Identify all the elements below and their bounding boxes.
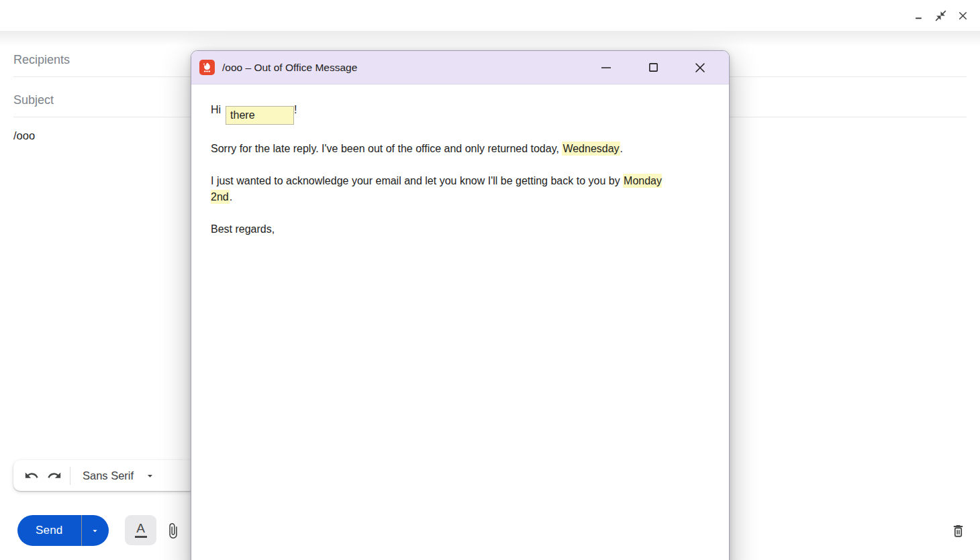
reply-text: Sorry for the late reply. I've been out … <box>211 143 562 154</box>
snippet-closing-line: Best regards, <box>211 221 677 237</box>
formatting-options-button[interactable]: A <box>125 515 156 545</box>
send-button[interactable]: Send <box>17 515 81 546</box>
compose-window-controls <box>910 7 971 24</box>
ack-text-end: . <box>230 191 232 203</box>
undo-icon <box>24 468 39 483</box>
screen: New Message /ooo Sans Serif Send <box>0 0 980 560</box>
ack-text: I just wanted to acknowledge your email … <box>211 175 623 186</box>
minimize-icon <box>912 8 925 23</box>
popup-maximize-icon <box>648 62 658 72</box>
formatting-icon-underline <box>135 536 147 538</box>
snippet-popup-window: /ooo – Out of Office Message Hithere! So… <box>191 50 730 560</box>
weekday-highlight: Wednesday <box>562 142 620 156</box>
discard-draft-button[interactable] <box>948 520 968 541</box>
textblaze-flame-icon <box>201 61 213 74</box>
compose-header <box>0 0 980 31</box>
attach-icon <box>164 522 181 539</box>
popup-maximize-button[interactable] <box>638 57 669 78</box>
toolbar-divider <box>70 467 70 485</box>
send-options-button[interactable] <box>82 515 109 546</box>
greeting-prefix: Hi <box>211 104 221 115</box>
snippet-window-controls <box>591 57 722 78</box>
send-split-button: Send <box>17 515 109 546</box>
font-dropdown-caret-icon <box>144 470 156 482</box>
snippet-window-title: /ooo – Out of Office Message <box>222 62 357 74</box>
snippet-greeting-line: Hithere! <box>211 102 677 125</box>
snippet-titlebar[interactable]: /ooo – Out of Office Message <box>191 51 729 85</box>
send-button-label: Send <box>36 524 63 537</box>
popup-minimize-icon <box>601 62 611 73</box>
trash-icon <box>950 523 966 539</box>
font-family-selector[interactable]: Sans Serif <box>76 467 160 485</box>
formatting-icon: A <box>136 522 145 535</box>
redo-button[interactable] <box>43 464 66 487</box>
undo-button[interactable] <box>20 464 43 487</box>
name-input-field[interactable]: there <box>226 106 294 125</box>
reply-text-end: . <box>620 143 623 154</box>
snippet-preview-body: Hithere! Sorry for the late reply. I've … <box>191 85 729 237</box>
greeting-suffix: ! <box>294 104 297 115</box>
snippet-reply-paragraph: Sorry for the late reply. I've been out … <box>211 141 677 157</box>
exit-fullscreen-icon <box>934 9 947 22</box>
exit-fullscreen-button[interactable] <box>932 7 948 24</box>
close-icon <box>957 9 969 22</box>
send-dropdown-caret-icon <box>90 526 100 536</box>
attach-file-button[interactable] <box>162 520 183 541</box>
popup-close-button[interactable] <box>685 57 716 78</box>
popup-close-icon <box>695 62 705 73</box>
textblaze-app-icon <box>199 60 215 75</box>
redo-icon <box>47 468 62 483</box>
snippet-ack-paragraph: I just wanted to acknowledge your email … <box>211 173 677 205</box>
compose-header-shadow <box>0 31 980 46</box>
formatting-toolbar: Sans Serif <box>13 460 196 491</box>
font-family-label: Sans Serif <box>83 469 134 482</box>
popup-minimize-button[interactable] <box>591 57 622 78</box>
close-compose-button[interactable] <box>954 7 971 24</box>
compose-message-body[interactable]: /ooo <box>13 129 148 331</box>
minimize-button[interactable] <box>910 7 926 24</box>
